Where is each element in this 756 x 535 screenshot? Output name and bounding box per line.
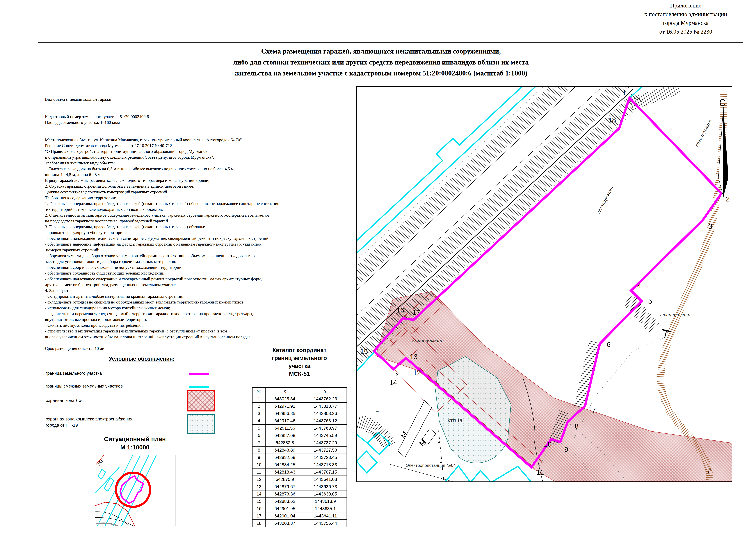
boundary-point-label: 9 bbox=[564, 445, 568, 453]
map-label: КТП-15 bbox=[448, 418, 462, 423]
boundary-point-label: 16 bbox=[396, 306, 404, 314]
table-row: 17642901.041443641.11 bbox=[252, 512, 347, 520]
sitplan-scale: М 1:10000 bbox=[94, 443, 175, 451]
title-line: Схема размещения гаражей, являющихся нек… bbox=[76, 46, 686, 57]
coords-title-line: участка bbox=[253, 362, 346, 370]
appendix-line: Приложение bbox=[619, 1, 753, 10]
boundary-point-label: 8 bbox=[575, 422, 579, 430]
appendix-line: к постановлению администрации bbox=[619, 10, 753, 18]
boundary-point-label: 6 bbox=[607, 341, 610, 349]
buildings bbox=[398, 401, 436, 458]
table-row: 5642911.561443768.97 bbox=[252, 424, 347, 432]
legend-lep-swatch bbox=[187, 390, 215, 411]
coords-table-body: 1643025.341443762.232642971.921443813.77… bbox=[252, 395, 347, 527]
title-line: либо для стоянки технических или других … bbox=[76, 57, 686, 68]
coords-title: Каталог координат границ земельного учас… bbox=[253, 346, 346, 378]
boundary-point-label: 7 bbox=[592, 406, 596, 414]
sitplan-title: Ситуационный план М 1:10000 bbox=[94, 435, 175, 451]
map-label: спланировано bbox=[596, 185, 614, 214]
map-label: г bbox=[455, 391, 457, 396]
bottom-rule bbox=[277, 532, 688, 532]
legend-item-adjacent-label: границы смежных земельных участков bbox=[46, 383, 183, 389]
legend-item-lep-label: охранная зона ЛЭП bbox=[46, 397, 183, 404]
boundary-point-label: 3 bbox=[708, 222, 712, 230]
coords-header-row: № X Y bbox=[252, 387, 347, 395]
sitplan-title-line: Ситуационный план bbox=[94, 435, 175, 443]
table-row: 3642956.851443803.26 bbox=[252, 410, 347, 417]
table-row: 15642883.621443618.9 bbox=[252, 498, 347, 505]
boundary-point-label: 13 bbox=[410, 353, 418, 361]
boundary-point-label: 18 bbox=[608, 116, 616, 124]
boundary-point-label: 14 bbox=[389, 379, 397, 387]
map-label: спланировано bbox=[412, 338, 442, 343]
coords-title-line: МСК-51 bbox=[253, 370, 346, 378]
table-row: 16642901.951443635.1 bbox=[252, 505, 347, 512]
table-row: 14642873.361443630.05 bbox=[252, 490, 347, 498]
coords-table: № X Y 1643025.341443762.232642971.921443… bbox=[252, 387, 347, 527]
table-row: 1643025.341443762.23 bbox=[252, 395, 347, 403]
table-row: 9642832.581443723.45 bbox=[252, 454, 347, 461]
col-header-x: X bbox=[266, 387, 304, 395]
table-row: 12642875.91443641.08 bbox=[252, 476, 347, 483]
table-row: 11642818.431443707.15 bbox=[252, 468, 347, 476]
lep-zone bbox=[376, 292, 732, 482]
object-description: Вид объекта: некапитальные гаражи Кадаст… bbox=[45, 97, 353, 352]
table-row: 10642834.251443718.33 bbox=[252, 461, 347, 468]
legend-item-boundary-label: граница земельного участка bbox=[46, 370, 183, 377]
map-label: спланировано bbox=[694, 118, 713, 147]
talus-band bbox=[661, 94, 723, 482]
table-row: 2642971.921443813.77 bbox=[252, 403, 347, 410]
boundary-point-label: 4 bbox=[637, 282, 641, 290]
boundary-point-label: 15 bbox=[360, 348, 368, 355]
table-row: 6642887.681443745.59 bbox=[252, 432, 347, 439]
legend-title: Условные обозначения: bbox=[88, 356, 195, 362]
coords-title-line: Каталог координат bbox=[253, 346, 346, 354]
table-row: 8642843.891443727.53 bbox=[252, 446, 347, 454]
legend-rp19-swatch bbox=[187, 413, 215, 434]
table-row: 4642917.461443763.12 bbox=[252, 417, 347, 424]
sitplan-street-label: Ма bbox=[96, 459, 104, 466]
boundary-point-label: 2 bbox=[726, 195, 730, 203]
sheet: Приложение к постановлению администрации… bbox=[0, 0, 756, 535]
map-label: Г bbox=[708, 468, 711, 474]
boundary-point-label: 10 bbox=[544, 440, 552, 448]
map-label: т bbox=[376, 409, 379, 414]
legend-boundary-swatch bbox=[189, 373, 209, 375]
table-row: 18643008.371443756.44 bbox=[252, 520, 347, 527]
page-title: Схема размещения гаражей, являющихся нек… bbox=[76, 46, 686, 79]
boundary-point-label: 12 bbox=[413, 369, 421, 377]
boundary-point-label: 11 bbox=[537, 468, 544, 476]
col-header-y: Y bbox=[304, 387, 347, 395]
col-header-n: № bbox=[252, 387, 266, 395]
appendix-line: города Мурманска bbox=[619, 18, 753, 27]
coords-title-line: границ земельного bbox=[253, 354, 346, 362]
north-label: С bbox=[719, 97, 726, 108]
title-line: жительства на земельном участке с кадаст… bbox=[76, 68, 686, 79]
map-label: спланировано bbox=[660, 312, 690, 317]
sitplan-cyan-lines bbox=[95, 455, 156, 526]
table-row: 7642852.81443737.29 bbox=[252, 439, 347, 446]
legend-adjacent-swatch bbox=[189, 386, 209, 388]
boundary-point-label: 5 bbox=[648, 297, 652, 305]
appendix-header: Приложение к постановлению администрации… bbox=[619, 1, 753, 36]
map-label: Электроподстанция №64 bbox=[406, 463, 456, 468]
legend-item-rp19-label: охранная зона комплекс электроснабжения … bbox=[46, 416, 195, 428]
site-map: С спланированоспланированоспланированосп… bbox=[356, 86, 732, 482]
boundary-point-label: 1 bbox=[622, 89, 626, 97]
table-row: 13642879.671443636.73 bbox=[252, 483, 347, 490]
boundary-point-label: 17 bbox=[412, 309, 420, 317]
appendix-line: от 16.05.2025 № 2230 bbox=[619, 27, 753, 36]
sitplan-map: Ма bbox=[95, 455, 176, 526]
